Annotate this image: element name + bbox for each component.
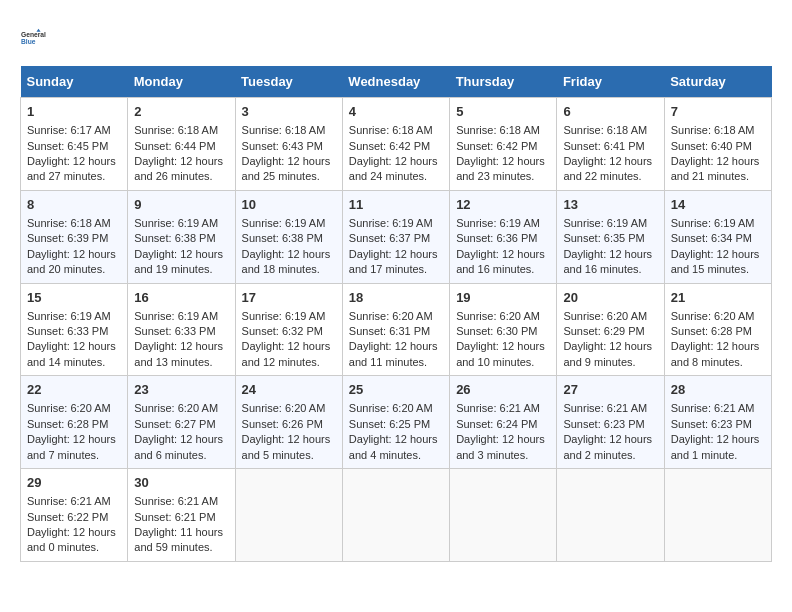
day-number: 12 <box>456 196 550 214</box>
day-info: and 8 minutes. <box>671 355 765 370</box>
table-row: 8Sunrise: 6:18 AMSunset: 6:39 PMDaylight… <box>21 190 128 283</box>
day-info: Sunrise: 6:20 AM <box>563 309 657 324</box>
day-info: and 4 minutes. <box>349 448 443 463</box>
table-row: 28Sunrise: 6:21 AMSunset: 6:23 PMDayligh… <box>664 376 771 469</box>
day-info: Sunrise: 6:19 AM <box>134 309 228 324</box>
svg-text:General: General <box>21 31 46 38</box>
table-row: 11Sunrise: 6:19 AMSunset: 6:37 PMDayligh… <box>342 190 449 283</box>
day-number: 16 <box>134 289 228 307</box>
day-info: Sunrise: 6:21 AM <box>671 401 765 416</box>
day-info: Sunrise: 6:19 AM <box>456 216 550 231</box>
table-row: 20Sunrise: 6:20 AMSunset: 6:29 PMDayligh… <box>557 283 664 376</box>
day-info: Sunset: 6:26 PM <box>242 417 336 432</box>
day-info: Sunrise: 6:21 AM <box>456 401 550 416</box>
day-info: Sunset: 6:33 PM <box>27 324 121 339</box>
day-number: 4 <box>349 103 443 121</box>
day-info: and 16 minutes. <box>456 262 550 277</box>
day-info: Sunset: 6:43 PM <box>242 139 336 154</box>
day-info: Sunset: 6:35 PM <box>563 231 657 246</box>
day-info: Sunrise: 6:20 AM <box>349 401 443 416</box>
weekday-header-tuesday: Tuesday <box>235 66 342 98</box>
day-info: Daylight: 12 hours <box>349 432 443 447</box>
day-info: Daylight: 12 hours <box>456 154 550 169</box>
day-info: Sunrise: 6:20 AM <box>134 401 228 416</box>
day-number: 11 <box>349 196 443 214</box>
table-row: 12Sunrise: 6:19 AMSunset: 6:36 PMDayligh… <box>450 190 557 283</box>
day-info: Sunset: 6:25 PM <box>349 417 443 432</box>
day-info: Sunrise: 6:20 AM <box>671 309 765 324</box>
day-info: Daylight: 12 hours <box>134 154 228 169</box>
day-info: Sunrise: 6:19 AM <box>349 216 443 231</box>
day-number: 22 <box>27 381 121 399</box>
day-info: and 1 minute. <box>671 448 765 463</box>
day-info: and 14 minutes. <box>27 355 121 370</box>
day-info: Sunrise: 6:19 AM <box>242 309 336 324</box>
day-info: Sunset: 6:42 PM <box>349 139 443 154</box>
day-info: Sunrise: 6:21 AM <box>563 401 657 416</box>
table-row: 25Sunrise: 6:20 AMSunset: 6:25 PMDayligh… <box>342 376 449 469</box>
weekday-header-sunday: Sunday <box>21 66 128 98</box>
day-number: 15 <box>27 289 121 307</box>
logo-icon: General Blue <box>20 20 56 56</box>
logo: General Blue <box>20 20 56 56</box>
day-info: Sunrise: 6:18 AM <box>27 216 121 231</box>
day-info: Daylight: 12 hours <box>563 247 657 262</box>
day-number: 10 <box>242 196 336 214</box>
day-info: Sunset: 6:32 PM <box>242 324 336 339</box>
table-row <box>342 469 449 562</box>
day-info: and 21 minutes. <box>671 169 765 184</box>
day-info: Daylight: 12 hours <box>242 247 336 262</box>
day-number: 14 <box>671 196 765 214</box>
day-info: Daylight: 12 hours <box>671 339 765 354</box>
day-number: 19 <box>456 289 550 307</box>
day-number: 25 <box>349 381 443 399</box>
day-number: 13 <box>563 196 657 214</box>
table-row: 5Sunrise: 6:18 AMSunset: 6:42 PMDaylight… <box>450 98 557 191</box>
table-row: 29Sunrise: 6:21 AMSunset: 6:22 PMDayligh… <box>21 469 128 562</box>
week-row-3: 15Sunrise: 6:19 AMSunset: 6:33 PMDayligh… <box>21 283 772 376</box>
day-info: Daylight: 12 hours <box>349 339 443 354</box>
day-info: Sunrise: 6:18 AM <box>456 123 550 138</box>
day-number: 24 <box>242 381 336 399</box>
day-info: Sunrise: 6:18 AM <box>349 123 443 138</box>
day-info: and 10 minutes. <box>456 355 550 370</box>
day-info: and 22 minutes. <box>563 169 657 184</box>
table-row: 19Sunrise: 6:20 AMSunset: 6:30 PMDayligh… <box>450 283 557 376</box>
day-info: and 2 minutes. <box>563 448 657 463</box>
day-info: Daylight: 12 hours <box>134 247 228 262</box>
day-info: Sunset: 6:23 PM <box>563 417 657 432</box>
table-row: 7Sunrise: 6:18 AMSunset: 6:40 PMDaylight… <box>664 98 771 191</box>
day-info: Sunrise: 6:20 AM <box>349 309 443 324</box>
day-info: Daylight: 12 hours <box>27 525 121 540</box>
day-number: 3 <box>242 103 336 121</box>
table-row: 18Sunrise: 6:20 AMSunset: 6:31 PMDayligh… <box>342 283 449 376</box>
table-row: 27Sunrise: 6:21 AMSunset: 6:23 PMDayligh… <box>557 376 664 469</box>
day-info: Sunrise: 6:18 AM <box>242 123 336 138</box>
table-row: 26Sunrise: 6:21 AMSunset: 6:24 PMDayligh… <box>450 376 557 469</box>
table-row: 17Sunrise: 6:19 AMSunset: 6:32 PMDayligh… <box>235 283 342 376</box>
day-info: Daylight: 12 hours <box>563 339 657 354</box>
day-number: 2 <box>134 103 228 121</box>
day-info: Daylight: 12 hours <box>27 247 121 262</box>
table-row <box>557 469 664 562</box>
day-info: Daylight: 12 hours <box>134 339 228 354</box>
day-info: and 13 minutes. <box>134 355 228 370</box>
day-info: Sunrise: 6:18 AM <box>134 123 228 138</box>
day-info: Sunrise: 6:20 AM <box>27 401 121 416</box>
day-info: Sunset: 6:41 PM <box>563 139 657 154</box>
day-info: Daylight: 12 hours <box>242 339 336 354</box>
day-info: Daylight: 12 hours <box>563 154 657 169</box>
day-number: 20 <box>563 289 657 307</box>
day-number: 30 <box>134 474 228 492</box>
table-row: 4Sunrise: 6:18 AMSunset: 6:42 PMDaylight… <box>342 98 449 191</box>
day-info: Daylight: 12 hours <box>456 247 550 262</box>
day-info: Sunrise: 6:18 AM <box>671 123 765 138</box>
day-info: Sunset: 6:28 PM <box>27 417 121 432</box>
day-info: Sunset: 6:22 PM <box>27 510 121 525</box>
day-info: Sunset: 6:42 PM <box>456 139 550 154</box>
table-row: 13Sunrise: 6:19 AMSunset: 6:35 PMDayligh… <box>557 190 664 283</box>
day-info: Daylight: 12 hours <box>134 432 228 447</box>
day-info: Sunrise: 6:21 AM <box>27 494 121 509</box>
day-number: 27 <box>563 381 657 399</box>
day-info: Sunset: 6:38 PM <box>134 231 228 246</box>
